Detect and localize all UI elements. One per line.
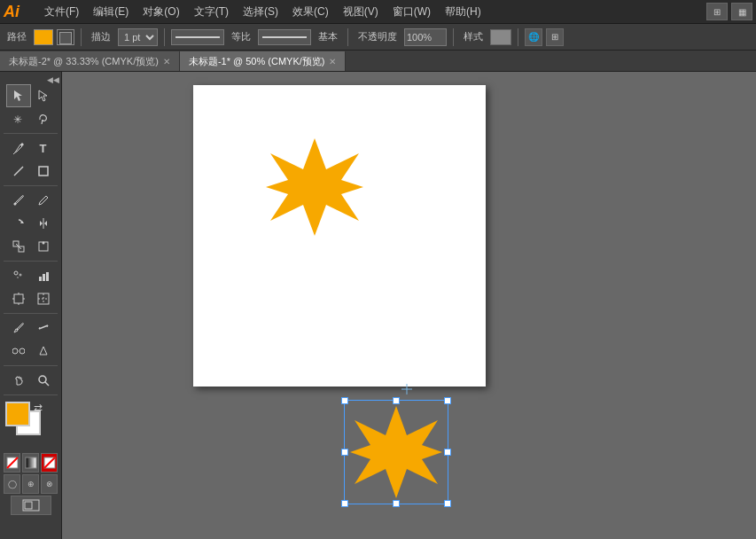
workspace-selector[interactable]: ⊞ — [706, 3, 728, 20]
web-btn[interactable]: 🌐 — [525, 28, 542, 46]
opacity-label: 不透明度 — [355, 30, 401, 43]
brush-preview[interactable] — [258, 29, 311, 45]
tool-eyedropper[interactable] — [6, 316, 31, 340]
draw-behind-btn[interactable]: ⊕ — [22, 474, 39, 494]
style-preview[interactable] — [490, 29, 511, 45]
menu-edit[interactable]: 编辑(E) — [86, 3, 136, 21]
star1-container[interactable] — [257, 129, 372, 247]
arrange-btn[interactable]: ▦ — [731, 3, 752, 20]
svg-line-3 — [42, 120, 43, 124]
draw-inside-btn[interactable]: ⊗ — [41, 474, 58, 494]
color-mode-btn[interactable] — [4, 453, 20, 473]
tool-zoom[interactable] — [31, 369, 56, 392]
menu-view[interactable]: 视图(V) — [336, 3, 386, 21]
tool-divider-1 — [4, 133, 58, 134]
tool-paintbrush[interactable] — [6, 189, 31, 212]
sep3 — [347, 28, 348, 46]
tab-label-1: 未标题-1* @ 50% (CMYK/预览) — [189, 55, 325, 68]
svg-point-34 — [39, 376, 46, 383]
tool-scale[interactable] — [6, 235, 31, 258]
tool-hand[interactable] — [6, 369, 31, 392]
svg-marker-43 — [266, 138, 363, 236]
toolbar: 路径 描边 1 pt 等比 基本 不透明度 样式 🌐 ⊞ — [0, 24, 756, 51]
tool-row-brush — [0, 189, 61, 212]
tool-pencil[interactable] — [31, 189, 56, 212]
tool-slice[interactable] — [31, 287, 56, 310]
svg-line-5 — [14, 167, 23, 176]
tool-reshape[interactable] — [31, 235, 56, 258]
tool-divider-6 — [4, 394, 58, 395]
none-mode-btn[interactable] — [41, 453, 58, 473]
menu-effect[interactable]: 效果(C) — [285, 3, 336, 21]
menu-select[interactable]: 选择(S) — [236, 3, 285, 21]
tool-pen[interactable] — [6, 137, 31, 160]
star2-selection-area[interactable] — [344, 400, 448, 507]
svg-point-33 — [19, 348, 25, 354]
tool-row-zoom — [0, 369, 61, 392]
tool-mirror[interactable] — [31, 212, 56, 235]
screen-mode-btn[interactable] — [11, 496, 51, 515]
svg-line-29 — [39, 325, 48, 329]
tool-row-blend — [0, 340, 61, 363]
svg-point-17 — [17, 277, 19, 278]
tab-close-0[interactable]: ✕ — [163, 57, 170, 66]
svg-marker-0 — [14, 90, 22, 101]
tool-row-scale — [0, 235, 61, 258]
stroke-weight-select[interactable]: 1 pt — [118, 28, 158, 46]
crosshair-mark — [401, 384, 412, 394]
svg-rect-19 — [43, 274, 45, 281]
menu-text[interactable]: 文字(T) — [187, 3, 236, 21]
tool-shape[interactable] — [31, 160, 56, 183]
tool-symbol-spray[interactable] — [6, 264, 31, 287]
fg-color-swatch[interactable] — [5, 402, 30, 426]
svg-rect-6 — [39, 167, 48, 176]
fill-color-btn[interactable] — [34, 29, 53, 45]
draw-normal-btn[interactable]: ◯ — [4, 474, 20, 494]
arrange-view-btn[interactable]: ⊞ — [546, 28, 564, 46]
brush-label: 基本 — [315, 30, 341, 43]
tool-row-rotate — [0, 212, 61, 235]
menu-file[interactable]: 文件(F) — [37, 3, 86, 21]
tool-lasso[interactable] — [31, 107, 56, 130]
tool-divider-5 — [4, 365, 58, 366]
opacity-input[interactable] — [404, 28, 447, 46]
tool-row-line — [0, 160, 61, 183]
canvas-area[interactable] — [62, 72, 756, 539]
view-mode-row: ◯ ⊕ ⊗ — [4, 474, 58, 494]
toolbox-collapse-btn[interactable]: ◀◀ — [47, 75, 59, 84]
menu-help[interactable]: 帮助(H) — [438, 3, 488, 21]
tab-1[interactable]: 未标题-1* @ 50% (CMYK/预览) ✕ — [180, 51, 347, 71]
svg-point-15 — [14, 271, 18, 275]
stroke-color-btn[interactable] — [57, 29, 74, 45]
tool-measure[interactable] — [31, 316, 56, 340]
color-swatch-area: ⇄ — [0, 398, 61, 451]
tool-blend[interactable] — [6, 340, 31, 363]
tool-magic-wand[interactable]: ✳ — [6, 107, 31, 130]
sep1 — [81, 28, 82, 46]
screen-mode-row — [4, 496, 58, 515]
tool-row-select — [0, 84, 61, 107]
tab-0[interactable]: 未标题-2* @ 33.33% (CMYK/预览) ✕ — [0, 51, 180, 71]
svg-rect-21 — [14, 294, 23, 303]
bottom-tools: ◯ ⊕ ⊗ — [0, 451, 61, 517]
tool-direct-selection[interactable] — [31, 84, 56, 107]
sep4 — [453, 28, 454, 46]
svg-rect-18 — [39, 277, 42, 281]
menu-object[interactable]: 对象(O) — [136, 3, 186, 21]
tool-selection[interactable] — [6, 84, 31, 107]
tool-line[interactable] — [6, 160, 31, 183]
stroke-style-preview[interactable] — [171, 29, 224, 45]
tool-rotate[interactable] — [6, 212, 31, 235]
toolbox: ◀◀ ✳ T — [0, 72, 62, 539]
tab-close-1[interactable]: ✕ — [329, 57, 336, 66]
svg-point-7 — [13, 203, 16, 206]
tool-row-align — [0, 287, 61, 310]
gradient-mode-btn[interactable] — [22, 453, 39, 473]
svg-marker-46 — [350, 406, 442, 498]
menu-window[interactable]: 窗口(W) — [386, 3, 438, 21]
tool-live-paint[interactable] — [31, 340, 56, 363]
tool-artboard[interactable] — [6, 287, 31, 310]
tool-text[interactable]: T — [31, 137, 56, 160]
tool-row-eyedropper — [0, 316, 61, 340]
tool-chart[interactable] — [31, 264, 56, 287]
